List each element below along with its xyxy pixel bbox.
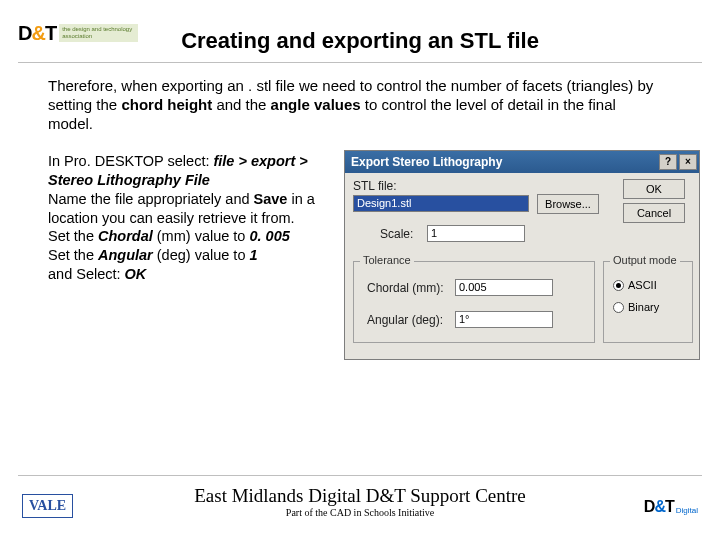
browse-button[interactable]: Browse...	[537, 194, 599, 214]
dt-digital-mark: D&T	[644, 498, 674, 516]
dialog-title: Export Stereo Lithography	[351, 155, 502, 169]
dialog-titlebar[interactable]: Export Stereo Lithography ? ×	[345, 151, 699, 173]
step-name-pre: Name the file appropriately and	[48, 191, 254, 207]
instruction-steps: In Pro. DESKTOP select: file > export > …	[48, 152, 333, 284]
chordal-label: Chordal (mm):	[367, 281, 444, 295]
ascii-radio[interactable]: ASCII	[613, 279, 657, 291]
step-chordal-bold: Chordal	[98, 228, 153, 244]
chordal-input[interactable]: 0.005	[455, 279, 553, 296]
angular-input[interactable]: 1°	[455, 311, 553, 328]
stl-file-label: STL file:	[353, 179, 397, 193]
stl-file-input[interactable]: Design1.stl	[353, 195, 529, 212]
ok-button[interactable]: OK	[623, 179, 685, 199]
step-chordal-pre: Set the	[48, 228, 98, 244]
page-title: Creating and exporting an STL file	[0, 28, 720, 54]
intro-bold-angle: angle values	[271, 96, 361, 113]
scale-label: Scale:	[380, 227, 413, 241]
scale-input[interactable]: 1	[427, 225, 525, 242]
intro-paragraph: Therefore, when exporting an . stl file …	[48, 76, 658, 134]
help-icon[interactable]: ?	[659, 154, 677, 170]
step-angular-val: 1	[250, 247, 258, 263]
footer-title: East Midlands Digital D&T Support Centre	[0, 485, 720, 507]
step-ok-bold: OK	[125, 266, 147, 282]
dt-digital-text: Digital	[676, 506, 698, 515]
angular-label: Angular (deg):	[367, 313, 443, 327]
step-ok-pre: and Select:	[48, 266, 125, 282]
dt-digital-logo: D&T Digital	[644, 498, 698, 516]
output-mode-legend: Output mode	[610, 254, 680, 266]
ascii-radio-label: ASCII	[628, 279, 657, 291]
divider-bottom	[18, 475, 702, 476]
close-icon[interactable]: ×	[679, 154, 697, 170]
cancel-button[interactable]: Cancel	[623, 203, 685, 223]
radio-dot-icon	[613, 302, 624, 313]
radio-dot-icon	[613, 280, 624, 291]
dialog-body: STL file: Design1.stl Browse... OK Cance…	[345, 173, 699, 359]
binary-radio[interactable]: Binary	[613, 301, 659, 313]
divider-top	[18, 62, 702, 63]
intro-text-2: and the	[212, 96, 270, 113]
footer-center: East Midlands Digital D&T Support Centre…	[0, 485, 720, 518]
binary-radio-label: Binary	[628, 301, 659, 313]
intro-bold-chord: chord height	[121, 96, 212, 113]
step-angular-pre: Set the	[48, 247, 98, 263]
step-chordal-mid: (mm) value to	[153, 228, 250, 244]
tolerance-legend: Tolerance	[360, 254, 414, 266]
tolerance-group: Tolerance	[353, 261, 595, 343]
step-angular-bold: Angular	[98, 247, 153, 263]
step-select-pre: In Pro. DESKTOP select:	[48, 153, 213, 169]
export-stl-dialog: Export Stereo Lithography ? × STL file: …	[344, 150, 700, 360]
footer-subtitle: Part of the CAD in Schools Initiative	[0, 507, 720, 518]
step-chordal-val: 0. 005	[249, 228, 289, 244]
step-angular-mid: (deg) value to	[153, 247, 250, 263]
step-save-bold: Save	[254, 191, 288, 207]
